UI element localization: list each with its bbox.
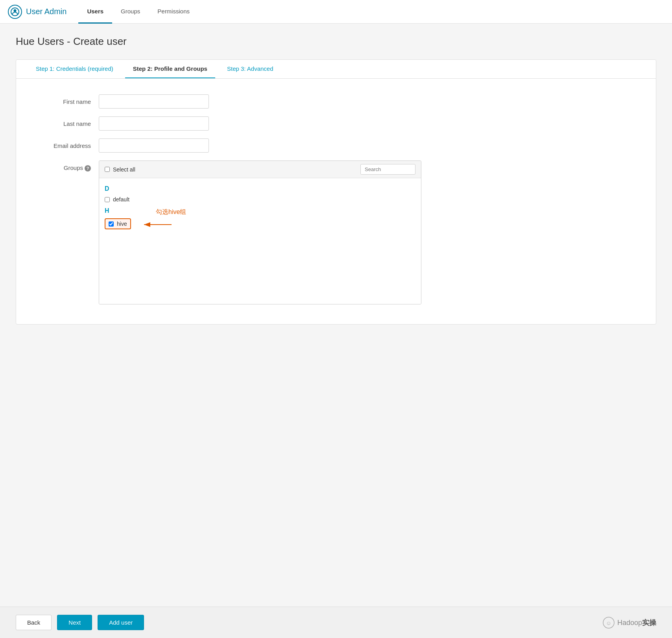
last-name-row: Last name	[28, 116, 644, 131]
footer-logo: ☺ Hadoop实操	[602, 616, 656, 629]
nav-tab-users[interactable]: Users	[78, 0, 112, 24]
groups-search-input[interactable]	[360, 164, 415, 175]
wizard-steps: Step 1: Credentials (required) Step 2: P…	[16, 60, 656, 79]
brand-icon	[8, 5, 22, 19]
main-content: Hue Users - Create user Step 1: Credenti…	[0, 24, 672, 607]
email-row: Email address	[28, 138, 644, 153]
nav-tab-permissions[interactable]: Permissions	[149, 0, 198, 24]
first-name-row: First name	[28, 94, 644, 109]
hive-annotation-container: hive 勾选hive组	[105, 218, 131, 229]
group-item-default: default	[105, 195, 415, 204]
footer-logo-icon: ☺	[602, 616, 615, 629]
svg-point-1	[14, 9, 17, 12]
group-label-default: default	[113, 196, 129, 203]
groups-label-wrap: Groups ?	[28, 160, 99, 171]
select-all-checkbox[interactable]	[105, 167, 110, 172]
form-card: Step 1: Credentials (required) Step 2: P…	[16, 59, 656, 325]
last-name-input[interactable]	[99, 116, 209, 131]
wizard-step-1[interactable]: Step 1: Credentials (required)	[28, 60, 121, 78]
first-name-input[interactable]	[99, 94, 209, 109]
select-all-wrap: Select all	[105, 166, 135, 173]
group-section-d: D	[105, 185, 415, 192]
groups-row: Groups ? Select all D	[28, 160, 644, 304]
page-title: Hue Users - Create user	[16, 35, 656, 48]
groups-container: Select all D default H	[99, 160, 421, 304]
back-button[interactable]: Back	[16, 615, 52, 630]
wizard-step-2[interactable]: Step 2: Profile and Groups	[125, 60, 215, 78]
footer-logo-text: Hadoop实操	[617, 618, 656, 627]
next-button[interactable]: Next	[57, 615, 92, 630]
brand-text: User Admin	[26, 7, 66, 16]
groups-list: D default H hive	[99, 178, 421, 304]
annotation-arrow-icon	[142, 220, 174, 230]
groups-label-text: Groups	[64, 164, 83, 171]
last-name-label: Last name	[28, 120, 99, 127]
group-item-hive: hive	[105, 218, 131, 229]
nav-tab-groups[interactable]: Groups	[112, 0, 149, 24]
first-name-label: First name	[28, 98, 99, 105]
annotation-text: 勾选hive组	[156, 208, 186, 216]
select-all-label: Select all	[113, 166, 135, 173]
group-label-hive: hive	[117, 221, 127, 227]
email-input[interactable]	[99, 138, 209, 153]
group-checkbox-default[interactable]	[105, 197, 110, 202]
nav-tabs: Users Groups Permissions	[78, 0, 198, 23]
groups-header: Select all	[99, 161, 421, 178]
svg-text:☺: ☺	[606, 620, 611, 626]
brand-link[interactable]: User Admin	[8, 5, 66, 19]
form-body: First name Last name Email address Group…	[16, 90, 656, 312]
add-user-button[interactable]: Add user	[98, 615, 144, 630]
wizard-step-3[interactable]: Step 3: Advanced	[219, 60, 281, 78]
email-label: Email address	[28, 142, 99, 149]
groups-help-icon[interactable]: ?	[85, 165, 91, 171]
group-checkbox-hive[interactable]	[109, 221, 114, 227]
footer-bar: Back Next Add user ☺ Hadoop实操	[0, 607, 672, 638]
navbar: User Admin Users Groups Permissions	[0, 0, 672, 24]
group-section-h: H	[105, 207, 415, 214]
